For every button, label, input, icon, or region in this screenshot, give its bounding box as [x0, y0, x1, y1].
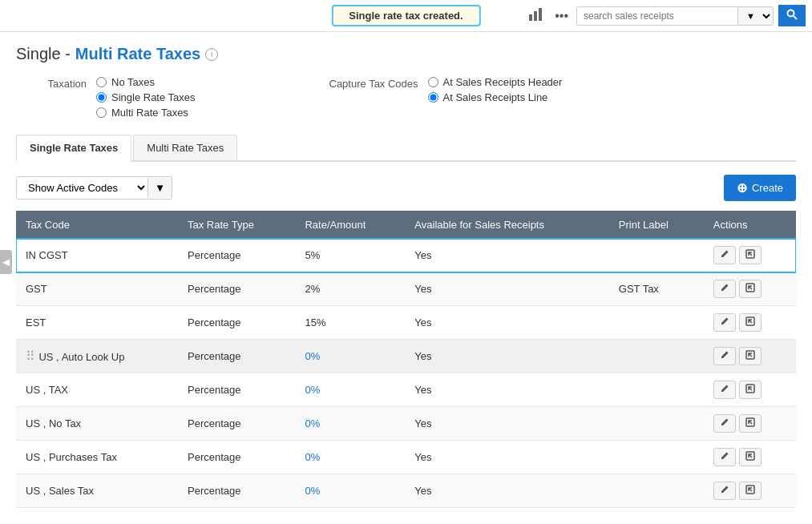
- settings-row: Taxation No Taxes Single Rate Taxes Mult…: [16, 76, 796, 119]
- svg-rect-2: [539, 8, 542, 21]
- table-row: US , Sales TaxPercentage0%Yes: [16, 474, 796, 508]
- col-actions: Actions: [704, 211, 796, 239]
- cell-actions: [704, 340, 796, 373]
- action-buttons: [713, 347, 786, 365]
- table-row: ESTPercentage15%Yes: [16, 306, 796, 340]
- create-label: Create: [752, 182, 783, 194]
- page-title: Single - Multi Rate Taxes i: [16, 45, 796, 63]
- at-line-radio[interactable]: [428, 92, 438, 103]
- multi-rate-label: Multi Rate Taxes: [111, 107, 188, 119]
- table-row: IN CGSTPercentage5%Yes: [16, 239, 796, 272]
- tax-table: Tax Code Tax Rate Type Rate/Amount Avail…: [16, 211, 796, 515]
- cell-available: Yes: [405, 306, 608, 340]
- sidebar-toggle-button[interactable]: ◀: [0, 250, 12, 274]
- cell-rate-amount: 0%: [295, 407, 405, 441]
- cell-rate-amount: 15%: [295, 306, 405, 340]
- table-body: IN CGSTPercentage5%YesGSTPercentage2%Yes…: [16, 239, 796, 515]
- search-input[interactable]: [577, 7, 737, 25]
- single-rate-label: Single Rate Taxes: [111, 91, 196, 103]
- topbar: Single rate tax created. ••• ▼: [0, 0, 812, 32]
- cell-tax-code: ⠿ US , Auto Look Up: [16, 340, 178, 373]
- no-taxes-option[interactable]: No Taxes: [96, 76, 196, 88]
- cell-tax-rate-type: Percentage: [178, 306, 295, 340]
- edit-button[interactable]: [713, 482, 736, 500]
- info-icon[interactable]: i: [205, 48, 218, 61]
- tab-single-rate-taxes[interactable]: Single Rate Taxes: [16, 135, 131, 162]
- cell-actions: [704, 441, 796, 474]
- edit-button[interactable]: [713, 280, 736, 298]
- cell-actions: [704, 306, 796, 340]
- at-header-radio[interactable]: [428, 77, 438, 87]
- cell-actions: [704, 239, 796, 272]
- cell-actions: [704, 474, 796, 508]
- more-options-button[interactable]: •••: [551, 6, 572, 26]
- link-button[interactable]: [739, 313, 762, 332]
- search-dropdown[interactable]: ▼: [737, 7, 773, 25]
- cell-rate-amount: 0%: [295, 508, 405, 516]
- cell-rate-amount: 0%: [295, 340, 405, 373]
- action-buttons: [713, 414, 786, 433]
- link-button[interactable]: [739, 246, 762, 264]
- cell-actions: [704, 508, 796, 516]
- edit-button[interactable]: [713, 381, 736, 399]
- svg-rect-0: [529, 14, 532, 21]
- cell-tax-rate-type: Percentage: [178, 474, 295, 508]
- table-row: ⠿ US , Auto Look UpPercentage0%Yes: [16, 340, 796, 373]
- cell-rate-amount: 2%: [295, 272, 405, 306]
- edit-button[interactable]: [713, 347, 736, 365]
- single-rate-radio[interactable]: [96, 92, 107, 103]
- cell-tax-rate-type: Percentage: [178, 239, 295, 272]
- cell-available: Yes: [405, 441, 608, 474]
- link-button[interactable]: [739, 381, 762, 399]
- cell-tax-rate-type: Percentage: [178, 373, 295, 407]
- edit-button[interactable]: [713, 448, 736, 466]
- create-button[interactable]: ⊕ Create: [724, 175, 796, 201]
- drag-handle-icon[interactable]: ⠿: [26, 349, 38, 363]
- no-taxes-radio[interactable]: [96, 77, 107, 87]
- notification-banner: Single rate tax created.: [331, 5, 480, 26]
- link-button[interactable]: [739, 448, 762, 466]
- link-button[interactable]: [739, 414, 762, 433]
- action-buttons: [713, 448, 786, 466]
- cell-available: Yes: [405, 407, 608, 441]
- filter-dropdown-wrap: Show Active Codes Show All Codes Show In…: [16, 176, 172, 200]
- svg-rect-1: [534, 11, 537, 21]
- cell-rate-amount: 0%: [295, 373, 405, 407]
- edit-button[interactable]: [713, 246, 736, 264]
- chart-icon-button[interactable]: [524, 3, 547, 29]
- table-wrap: Tax Code Tax Rate Type Rate/Amount Avail…: [16, 211, 796, 515]
- topbar-right: ••• ▼: [524, 3, 806, 29]
- table-row: US , Purchases TaxPercentage0%Yes: [16, 441, 796, 474]
- cell-tax-code: EST: [16, 306, 178, 340]
- cell-available: Yes: [405, 508, 608, 516]
- cell-rate-amount: 5%: [295, 239, 405, 272]
- cell-tax-code: IN CGST: [16, 239, 178, 272]
- cell-tax-rate-type: Percentage: [178, 340, 295, 373]
- edit-button[interactable]: [713, 313, 736, 332]
- dropdown-arrow-button[interactable]: ▼: [147, 178, 172, 198]
- search-button[interactable]: [778, 5, 806, 26]
- cell-tax-code: US , Sales Tax: [16, 474, 178, 508]
- tab-multi-rate-taxes[interactable]: Multi Rate Taxes: [133, 135, 237, 160]
- at-header-option[interactable]: At Sales Receipts Header: [428, 76, 563, 88]
- col-tax-rate-type: Tax Rate Type: [178, 211, 295, 239]
- col-rate-amount: Rate/Amount: [295, 211, 405, 239]
- at-line-option[interactable]: At Sales Receipts Line: [428, 91, 563, 103]
- table-row: US , No TaxPercentage0%Yes: [16, 407, 796, 441]
- link-button[interactable]: [739, 347, 762, 365]
- action-buttons: [713, 313, 786, 332]
- col-available: Available for Sales Receipts: [405, 211, 608, 239]
- link-button[interactable]: [739, 482, 762, 500]
- filter-dropdown[interactable]: Show Active Codes Show All Codes Show In…: [17, 177, 147, 199]
- multi-rate-option[interactable]: Multi Rate Taxes: [96, 107, 196, 119]
- cell-tax-code: AU , GST: [16, 508, 178, 516]
- single-rate-option[interactable]: Single Rate Taxes: [96, 91, 196, 103]
- svg-point-3: [788, 10, 794, 17]
- multi-rate-radio[interactable]: [96, 107, 107, 118]
- link-button[interactable]: [739, 280, 762, 298]
- cell-available: Yes: [405, 474, 608, 508]
- edit-button[interactable]: [713, 414, 736, 433]
- action-buttons: [713, 280, 786, 298]
- svg-line-4: [794, 16, 797, 19]
- cell-actions: [704, 407, 796, 441]
